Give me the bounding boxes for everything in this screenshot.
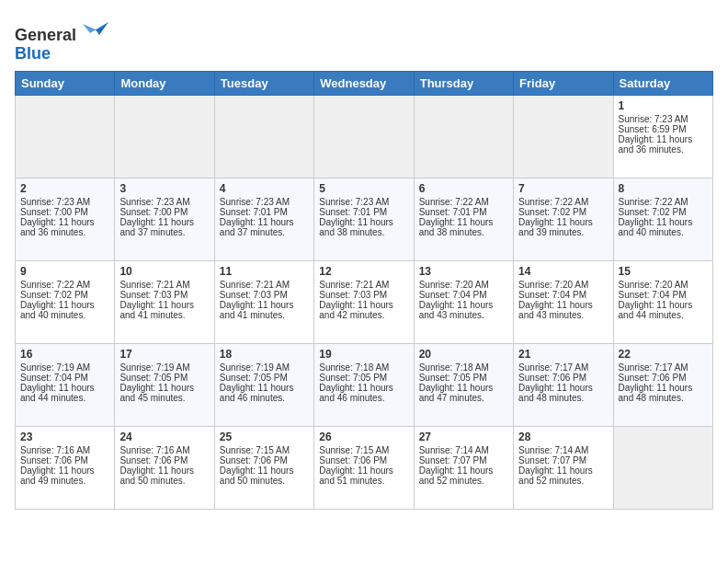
daylight-text: Daylight: 11 hours and 37 minutes. bbox=[220, 217, 294, 237]
day-number: 4 bbox=[220, 182, 309, 195]
weekday-header-friday: Friday bbox=[514, 71, 613, 95]
day-number: 11 bbox=[220, 265, 309, 278]
day-number: 9 bbox=[20, 265, 109, 278]
calendar-cell: 18Sunrise: 7:19 AMSunset: 7:05 PMDayligh… bbox=[214, 343, 313, 426]
sunrise-text: Sunrise: 7:20 AM bbox=[518, 280, 588, 290]
day-number: 3 bbox=[119, 182, 209, 195]
daylight-text: Daylight: 11 hours and 50 minutes. bbox=[220, 465, 294, 486]
day-number: 7 bbox=[518, 182, 608, 195]
calendar-week-5: 23Sunrise: 7:16 AMSunset: 7:06 PMDayligh… bbox=[16, 426, 713, 509]
sunrise-text: Sunrise: 7:21 AM bbox=[220, 280, 290, 290]
sunset-text: Sunset: 7:00 PM bbox=[119, 207, 188, 217]
sunrise-text: Sunrise: 7:19 AM bbox=[119, 362, 189, 373]
sunset-text: Sunset: 7:06 PM bbox=[619, 373, 687, 383]
calendar-week-4: 16Sunrise: 7:19 AMSunset: 7:04 PMDayligh… bbox=[16, 343, 713, 426]
weekday-header-sunday: Sunday bbox=[16, 71, 115, 95]
day-number: 5 bbox=[319, 182, 408, 195]
sunset-text: Sunset: 7:01 PM bbox=[319, 207, 387, 217]
calendar-cell bbox=[214, 95, 313, 178]
calendar-cell: 10Sunrise: 7:21 AMSunset: 7:03 PMDayligh… bbox=[115, 260, 214, 343]
calendar-week-3: 9Sunrise: 7:22 AMSunset: 7:02 PMDaylight… bbox=[16, 260, 713, 343]
daylight-text: Daylight: 11 hours and 37 minutes. bbox=[119, 217, 194, 237]
calendar-week-2: 2Sunrise: 7:23 AMSunset: 7:00 PMDaylight… bbox=[16, 178, 713, 260]
day-number: 12 bbox=[319, 265, 408, 278]
day-number: 19 bbox=[319, 348, 408, 361]
calendar-cell: 26Sunrise: 7:15 AMSunset: 7:06 PMDayligh… bbox=[314, 426, 414, 509]
sunset-text: Sunset: 7:03 PM bbox=[319, 290, 387, 300]
daylight-text: Daylight: 11 hours and 50 minutes. bbox=[119, 465, 194, 486]
sunset-text: Sunset: 7:06 PM bbox=[518, 373, 586, 383]
calendar-cell bbox=[613, 426, 712, 509]
daylight-text: Daylight: 11 hours and 52 minutes. bbox=[419, 465, 494, 486]
weekday-header-monday: Monday bbox=[115, 71, 214, 95]
sunset-text: Sunset: 7:06 PM bbox=[319, 455, 387, 465]
sunset-text: Sunset: 7:01 PM bbox=[220, 207, 288, 217]
weekday-header-wednesday: Wednesday bbox=[314, 71, 414, 95]
sunrise-text: Sunrise: 7:22 AM bbox=[419, 197, 489, 207]
daylight-text: Daylight: 11 hours and 51 minutes. bbox=[319, 465, 393, 486]
day-number: 22 bbox=[619, 348, 708, 361]
sunrise-text: Sunrise: 7:23 AM bbox=[220, 197, 290, 207]
calendar-cell: 14Sunrise: 7:20 AMSunset: 7:04 PMDayligh… bbox=[514, 260, 613, 343]
sunrise-text: Sunrise: 7:17 AM bbox=[619, 362, 688, 373]
sunrise-text: Sunrise: 7:16 AM bbox=[20, 445, 90, 455]
weekday-header-thursday: Thursday bbox=[414, 71, 513, 95]
calendar-cell: 1Sunrise: 7:23 AMSunset: 6:59 PMDaylight… bbox=[613, 95, 712, 178]
daylight-text: Daylight: 11 hours and 38 minutes. bbox=[419, 217, 494, 237]
calendar-cell bbox=[16, 95, 115, 178]
calendar-cell: 6Sunrise: 7:22 AMSunset: 7:01 PMDaylight… bbox=[414, 178, 513, 260]
calendar-header-row: SundayMondayTuesdayWednesdayThursdayFrid… bbox=[16, 71, 713, 95]
calendar-cell: 21Sunrise: 7:17 AMSunset: 7:06 PMDayligh… bbox=[514, 343, 613, 426]
sunrise-text: Sunrise: 7:14 AM bbox=[419, 445, 489, 455]
sunrise-text: Sunrise: 7:20 AM bbox=[619, 280, 688, 290]
sunset-text: Sunset: 7:02 PM bbox=[518, 207, 586, 217]
day-number: 28 bbox=[518, 431, 608, 443]
calendar-cell: 28Sunrise: 7:14 AMSunset: 7:07 PMDayligh… bbox=[514, 426, 613, 509]
daylight-text: Daylight: 11 hours and 46 minutes. bbox=[319, 383, 393, 403]
sunset-text: Sunset: 7:04 PM bbox=[419, 290, 487, 300]
day-number: 25 bbox=[220, 431, 309, 443]
calendar-cell: 15Sunrise: 7:20 AMSunset: 7:04 PMDayligh… bbox=[613, 260, 712, 343]
calendar-cell: 22Sunrise: 7:17 AMSunset: 7:06 PMDayligh… bbox=[613, 343, 712, 426]
day-number: 17 bbox=[119, 348, 209, 361]
sunset-text: Sunset: 7:00 PM bbox=[20, 207, 88, 217]
sunset-text: Sunset: 7:01 PM bbox=[419, 207, 487, 217]
day-number: 20 bbox=[419, 348, 508, 361]
sunrise-text: Sunrise: 7:22 AM bbox=[518, 197, 588, 207]
daylight-text: Daylight: 11 hours and 43 minutes. bbox=[419, 300, 494, 320]
calendar-cell: 25Sunrise: 7:15 AMSunset: 7:06 PMDayligh… bbox=[214, 426, 313, 509]
calendar-cell: 19Sunrise: 7:18 AMSunset: 7:05 PMDayligh… bbox=[314, 343, 414, 426]
daylight-text: Daylight: 11 hours and 45 minutes. bbox=[119, 383, 194, 403]
sunrise-text: Sunrise: 7:18 AM bbox=[319, 362, 389, 373]
calendar-cell bbox=[514, 95, 613, 178]
sunrise-text: Sunrise: 7:18 AM bbox=[419, 362, 489, 373]
daylight-text: Daylight: 11 hours and 36 minutes. bbox=[20, 217, 95, 237]
sunset-text: Sunset: 7:06 PM bbox=[119, 455, 188, 465]
logo-bird-icon bbox=[83, 15, 108, 40]
sunrise-text: Sunrise: 7:17 AM bbox=[518, 362, 588, 373]
daylight-text: Daylight: 11 hours and 49 minutes. bbox=[20, 465, 95, 486]
calendar-cell: 2Sunrise: 7:23 AMSunset: 7:00 PMDaylight… bbox=[16, 178, 115, 260]
sunset-text: Sunset: 7:03 PM bbox=[119, 290, 188, 300]
sunset-text: Sunset: 7:03 PM bbox=[220, 290, 288, 300]
sunrise-text: Sunrise: 7:14 AM bbox=[518, 445, 588, 455]
sunset-text: Sunset: 7:05 PM bbox=[419, 373, 487, 383]
daylight-text: Daylight: 11 hours and 40 minutes. bbox=[20, 300, 95, 320]
daylight-text: Daylight: 11 hours and 48 minutes. bbox=[518, 383, 593, 403]
calendar-cell: 7Sunrise: 7:22 AMSunset: 7:02 PMDaylight… bbox=[514, 178, 613, 260]
logo: General Blue bbox=[15, 15, 108, 63]
logo-general-text: General bbox=[15, 26, 76, 44]
day-number: 26 bbox=[319, 431, 408, 443]
calendar-cell: 4Sunrise: 7:23 AMSunset: 7:01 PMDaylight… bbox=[214, 178, 313, 260]
sunrise-text: Sunrise: 7:23 AM bbox=[619, 114, 688, 124]
sunrise-text: Sunrise: 7:23 AM bbox=[119, 197, 189, 207]
sunset-text: Sunset: 6:59 PM bbox=[619, 124, 687, 134]
sunset-text: Sunset: 7:07 PM bbox=[518, 455, 586, 465]
sunrise-text: Sunrise: 7:15 AM bbox=[319, 445, 389, 455]
daylight-text: Daylight: 11 hours and 47 minutes. bbox=[419, 383, 494, 403]
daylight-text: Daylight: 11 hours and 44 minutes. bbox=[20, 383, 95, 403]
day-number: 21 bbox=[518, 348, 608, 361]
sunrise-text: Sunrise: 7:21 AM bbox=[319, 280, 389, 290]
day-number: 23 bbox=[20, 431, 109, 443]
calendar-cell: 9Sunrise: 7:22 AMSunset: 7:02 PMDaylight… bbox=[16, 260, 115, 343]
